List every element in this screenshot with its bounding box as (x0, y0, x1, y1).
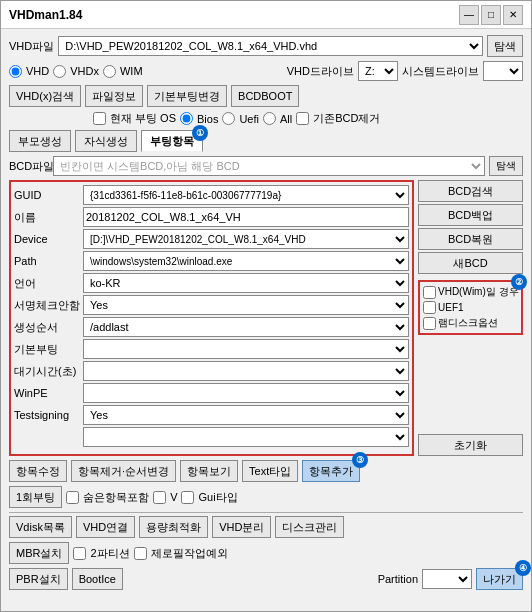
close-button[interactable]: ✕ (503, 5, 523, 25)
init-button[interactable]: 초기화 (418, 434, 523, 456)
parent-button[interactable]: 부모생성 (9, 130, 71, 152)
name-label: 이름 (14, 210, 79, 225)
winpe-select[interactable] (83, 383, 409, 403)
window-controls: — □ ✕ (459, 5, 523, 25)
vhd-file-row: VHD파일 D:\VHD_PEW20181202_COL_W8.1_x64_VH… (9, 35, 523, 57)
all-radio[interactable] (263, 112, 276, 125)
last-row: MBR설치 2파티션 제로필작업예외 (9, 542, 523, 564)
guid-select[interactable]: {31cd3361-f5f6-11e8-b61c-00306777719a} (83, 185, 409, 205)
sign-row: 서명체크안함 Yes (14, 295, 409, 315)
testsigning-label: Testsigning (14, 409, 79, 421)
hidden-include-label: 숨은항목포함 (83, 490, 149, 505)
sign-label: 서명체크안함 (14, 298, 79, 313)
maximize-button[interactable]: □ (481, 5, 501, 25)
vhd-separate-button[interactable]: VHD분리 (212, 516, 271, 538)
bios-radio[interactable] (180, 112, 193, 125)
guid-label: GUID (14, 189, 79, 201)
base-bcd-remove-label: 기존BCD제거 (313, 111, 380, 126)
partition-change-button[interactable]: 기본부팅변경 (147, 85, 227, 107)
order-row: 생성순서 /addlast (14, 317, 409, 337)
uefi-checkbox[interactable] (423, 301, 436, 314)
system-drive-label: 시스템드라이브 (402, 64, 479, 79)
two-partition-label: 2파티션 (90, 546, 129, 561)
vhd-drive-select[interactable]: Z: (358, 61, 398, 81)
order-select[interactable]: /addlast (83, 317, 409, 337)
zero-fill-label: 제로필작업예외 (151, 546, 228, 561)
tab-row: 부모생성 자식생성 부팅항목 ① (9, 130, 523, 152)
uefi-radio[interactable] (222, 112, 235, 125)
path-label: Path (14, 255, 79, 267)
uefi-label: Uefi (239, 113, 259, 125)
device-label: Device (14, 233, 79, 245)
v-checkbox[interactable] (153, 491, 166, 504)
booting-button[interactable]: 부팅항목 ① (141, 130, 203, 152)
vhd-connect-button[interactable]: VHD연결 (76, 516, 135, 538)
circle-4: ④ (515, 560, 531, 576)
vhd-file-select[interactable]: D:\VHD_PEW20181202_COL_W8.1_x64_VHD.vhd (58, 36, 483, 56)
vhd-file-label: VHD파일 (9, 39, 54, 54)
vdisk-button[interactable]: Vdisk목록 (9, 516, 72, 538)
bcd-search-button[interactable]: 탐색 (489, 156, 523, 176)
path-row: Path \windows\system32\winload.exe (14, 251, 409, 271)
bcd-file-row: BCD파일 빈칸이면 시스템BCD,아님 해당 BCD 탐색 (9, 156, 523, 176)
wim-radio[interactable] (103, 65, 116, 78)
window-title: VHDman1.84 (9, 8, 82, 22)
bootice-button[interactable]: BootIce (72, 568, 123, 590)
current-os-row: 현재 부팅 OS Bios Uefi All 기존BCD제거 (93, 111, 523, 126)
item-view-button[interactable]: 항목보기 (180, 460, 238, 482)
new-bcd-button[interactable]: 새BCD (418, 252, 523, 274)
name-row: 이름 (14, 207, 409, 227)
circle-1: ① (192, 125, 208, 141)
file-info-button[interactable]: 파일정보 (85, 85, 143, 107)
default-boot-label: 기본부팅 (14, 342, 79, 357)
two-partition-checkbox[interactable] (73, 547, 86, 560)
hidden-include-checkbox[interactable] (66, 491, 79, 504)
testsigning-row: Testsigning Yes (14, 405, 409, 425)
bios-label: Bios (197, 113, 218, 125)
vhdx-radio[interactable] (53, 65, 66, 78)
bcd-boot-button[interactable]: BCDBOOT (231, 85, 299, 107)
gui-type-checkbox[interactable] (181, 491, 194, 504)
bcd-restore-button[interactable]: BCD복원 (418, 228, 523, 250)
mbr-setup-button[interactable]: MBR설치 (9, 542, 69, 564)
item-add-button[interactable]: 항목추가 (302, 460, 360, 482)
vhd-wim-checkbox[interactable] (423, 286, 436, 299)
device-select[interactable]: [D:]\VHD_PEW20181202_COL_W8.1_x64_VHD (83, 229, 409, 249)
one-boot-button[interactable]: 1회부팅 (9, 486, 62, 508)
utility-row: Vdisk목록 VHD연결 용량최적화 VHD분리 디스크관리 (9, 516, 523, 538)
wait-row: 대기시간(초) (14, 361, 409, 381)
bcd-backup-button[interactable]: BCD백업 (418, 204, 523, 226)
partition-select[interactable] (422, 569, 472, 589)
default-boot-select[interactable] (83, 339, 409, 359)
extra-select[interactable] (83, 427, 409, 447)
vhd-drive-label: VHD드라이브 (287, 64, 354, 79)
item-modify-button[interactable]: 항목수정 (9, 460, 67, 482)
system-drive-select[interactable] (483, 61, 523, 81)
bcd-file-select[interactable]: 빈칸이면 시스템BCD,아님 해당 BCD (53, 156, 485, 176)
lang-select[interactable]: ko-KR (83, 273, 409, 293)
bcd-search2-button[interactable]: BCD검색 (418, 180, 523, 202)
item-remove-button[interactable]: 항목제거·순서변경 (71, 460, 176, 482)
testsigning-select[interactable]: Yes (83, 405, 409, 425)
sign-select[interactable]: Yes (83, 295, 409, 315)
disk-manage-button[interactable]: 디스크관리 (275, 516, 344, 538)
child-button[interactable]: 자식생성 (75, 130, 137, 152)
one-boot-row: 1회부팅 숨은항목포함 V Gui타입 (9, 486, 523, 508)
minimize-button[interactable]: — (459, 5, 479, 25)
vhd-file-search-button[interactable]: 탐색 (487, 35, 523, 57)
ramdisk-checkbox[interactable] (423, 317, 436, 330)
last-row2: PBR설치 BootIce Partition 나가기 ④ (9, 568, 523, 590)
path-select[interactable]: \windows\system32\winload.exe (83, 251, 409, 271)
text-type-button[interactable]: Text타입 (242, 460, 298, 482)
winpe-row: WinPE (14, 383, 409, 403)
vhd-search-button[interactable]: VHD(x)검색 (9, 85, 81, 107)
partition-label: Partition (378, 573, 418, 585)
base-bcd-remove-checkbox[interactable] (296, 112, 309, 125)
capacity-optimize-button[interactable]: 용량최적화 (139, 516, 208, 538)
pbr-setup-button[interactable]: PBR설치 (9, 568, 68, 590)
wait-select[interactable] (83, 361, 409, 381)
vhd-radio[interactable] (9, 65, 22, 78)
zero-fill-checkbox[interactable] (134, 547, 147, 560)
current-os-checkbox[interactable] (93, 112, 106, 125)
name-input[interactable] (83, 207, 409, 227)
